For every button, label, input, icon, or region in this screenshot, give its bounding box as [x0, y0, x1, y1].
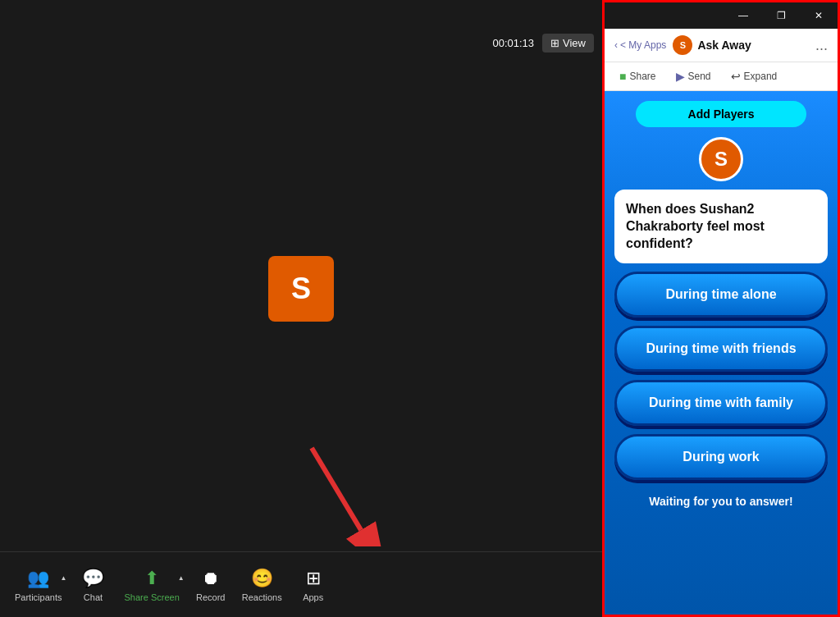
expand-button[interactable]: ↩ Expand	[726, 67, 783, 85]
participants-button[interactable]: ▲ 👥 Participants	[8, 568, 68, 602]
answer-button-0[interactable]: During time alone	[614, 272, 828, 318]
view-button[interactable]: ⊞ View	[542, 34, 594, 53]
share-label: Share	[629, 71, 655, 82]
panel-header: — ❐ ✕	[605, 2, 838, 29]
grid-icon: ⊞	[550, 37, 559, 49]
panel-minimize[interactable]: —	[724, 2, 762, 29]
chat-label: Chat	[84, 592, 103, 602]
back-link[interactable]: ‹ < My Apps	[614, 39, 666, 51]
game-avatar-initial: S	[714, 148, 728, 171]
add-players-button[interactable]: Add Players	[636, 101, 806, 127]
game-area: Add Players S When does Sushan2 Chakrabo…	[605, 91, 838, 615]
app-bar: ‹ < My Apps S Ask Away ...	[605, 29, 838, 62]
view-label: View	[563, 37, 586, 49]
question-text: When does Sushan2 Chakraborty feel most …	[626, 202, 765, 250]
share-button[interactable]: ■ Share	[614, 67, 661, 85]
app-title: Ask Away	[697, 39, 751, 52]
participants-icon: 👥	[27, 568, 49, 589]
action-row: ■ Share ▶ Send ↩ Expand	[605, 62, 838, 91]
record-label: Record	[196, 592, 225, 602]
share-screen-button[interactable]: ▲ ⬆ Share Screen	[117, 568, 185, 602]
back-label: < My Apps	[620, 39, 666, 51]
reactions-button[interactable]: 😊 Reactions	[235, 568, 289, 602]
record-button[interactable]: ⏺ Record	[186, 568, 235, 602]
send-icon: ▶	[676, 70, 685, 83]
apps-label: Apps	[303, 592, 323, 602]
call-timer: 00:01:13	[492, 37, 534, 49]
more-options-button[interactable]: ...	[815, 37, 828, 54]
participants-caret: ▲	[61, 574, 67, 582]
panel-restore[interactable]: ❐	[762, 2, 800, 29]
right-panel: — ❐ ✕ ‹ < My Apps S Ask Away ... ■ Share…	[602, 0, 840, 617]
game-avatar: S	[699, 137, 743, 181]
share-icon: ■	[619, 70, 626, 83]
chat-icon: 💬	[82, 568, 104, 589]
expand-icon: ↩	[731, 70, 741, 83]
share-caret: ▲	[178, 574, 185, 582]
question-box: When does Sushan2 Chakraborty feel most …	[614, 190, 828, 263]
send-label: Send	[688, 71, 711, 82]
waiting-text: Waiting for you to answer!	[649, 495, 792, 508]
share-screen-icon: ⬆	[144, 568, 159, 589]
answer-button-1[interactable]: During time with friends	[614, 326, 828, 372]
participants-label: Participants	[15, 592, 62, 602]
answer-button-2[interactable]: During time with family	[614, 380, 828, 426]
apps-icon: ⊞	[306, 568, 321, 589]
top-bar: 00:01:13 ⊞ View	[0, 26, 602, 59]
video-area: S	[0, 26, 602, 551]
participant-avatar: S	[268, 256, 334, 322]
reactions-label: Reactions	[242, 592, 282, 602]
app-icon: S	[673, 35, 692, 55]
answer-button-3[interactable]: During work	[614, 434, 828, 480]
app-title-row: S Ask Away	[673, 35, 815, 55]
expand-label: Expand	[744, 71, 778, 82]
avatar-initial: S	[291, 272, 311, 306]
back-icon: ‹	[614, 39, 618, 51]
share-screen-label: Share Screen	[124, 592, 179, 602]
reactions-icon: 😊	[251, 568, 273, 589]
chat-button[interactable]: 💬 Chat	[68, 568, 117, 602]
send-button[interactable]: ▶ Send	[671, 67, 716, 85]
panel-close[interactable]: ✕	[800, 2, 838, 29]
record-icon: ⏺	[202, 568, 220, 589]
apps-button[interactable]: ⊞ Apps	[289, 568, 338, 602]
